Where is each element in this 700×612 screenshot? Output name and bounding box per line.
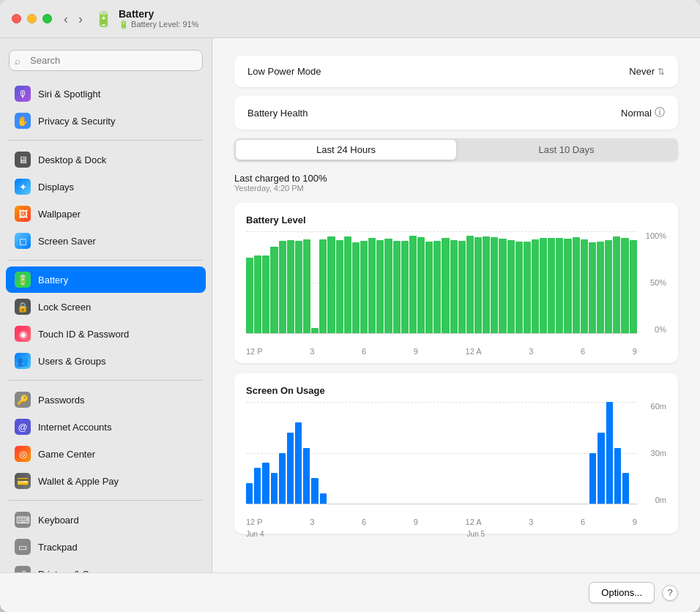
low-power-mode-value: Never ⇅ [629, 66, 665, 77]
sidebar-item-keyboard[interactable]: ⌨ Keyboard [6, 507, 206, 533]
sy-60m: 60m [651, 402, 666, 411]
wallpaper-label: Wallpaper [38, 209, 81, 220]
screen-x-labels: 12 P 3 6 9 12 A 3 6 9 [246, 518, 637, 526]
close-button[interactable] [12, 14, 21, 23]
battery-bar-20 [409, 236, 417, 333]
back-button[interactable]: ‹ [61, 11, 71, 27]
users-label: Users & Groups [38, 356, 105, 367]
minimize-button[interactable] [27, 14, 37, 23]
date-labels: Jun 4 Jun 5 [246, 530, 637, 538]
time-range-tabs: Last 24 Hours Last 10 Days [234, 138, 678, 161]
gamecenter-label: Game Center [38, 449, 95, 460]
sidebar-item-screensaver[interactable]: ◻ Screen Saver [6, 228, 206, 254]
battery-bar-1 [254, 255, 261, 333]
battery-bar-46 [621, 238, 628, 333]
battery-bar-23 [433, 241, 441, 333]
battery-bar-45 [613, 236, 620, 333]
battery-bar-40 [573, 237, 580, 333]
tab-24h[interactable]: Last 24 Hours [236, 140, 456, 160]
desktop-icon: 🖥 [15, 152, 31, 168]
battery-bar-37 [548, 238, 555, 333]
title-section: 🔋 Battery 🔋 Battery Level: 91% [94, 8, 198, 29]
y-label-0: 0% [655, 325, 666, 334]
sidebar-item-trackpad[interactable]: ▭ Trackpad [6, 534, 206, 560]
battery-health-value: Normal ⓘ [621, 106, 665, 119]
sx-3a: 3 [310, 518, 314, 526]
sidebar-item-desktop[interactable]: 🖥 Desktop & Dock [6, 146, 206, 173]
low-power-mode-row: Low Power Mode Never ⇅ [234, 56, 678, 87]
sy-0m: 0m [655, 496, 666, 504]
sidebar-item-displays[interactable]: ✦ Displays [6, 173, 206, 200]
battery-bar-7 [303, 239, 310, 333]
screen-chart-area [246, 402, 637, 504]
battery-title-icon: 🔋 [94, 10, 113, 28]
sx-12a: 12 A [466, 518, 482, 526]
sidebar-item-printers[interactable]: 🖨 Printers & Scanners [6, 561, 206, 572]
x-3b: 3 [529, 347, 533, 356]
battery-bar-3 [270, 247, 278, 333]
lockscreen-label: Lock Screen [38, 302, 91, 313]
y-label-100: 100% [646, 231, 666, 240]
help-button[interactable]: ? [662, 585, 678, 601]
search-icon: ⌕ [15, 55, 21, 66]
internet-label: Internet Accounts [38, 422, 111, 433]
battery-bar-35 [532, 239, 539, 333]
options-button[interactable]: Options... [589, 582, 655, 603]
battery-bar-31 [499, 239, 506, 333]
screen-bar-3 [271, 473, 278, 504]
battery-bar-32 [507, 240, 515, 333]
sidebar-item-siri[interactable]: 🎙 Siri & Spotlight [6, 81, 206, 107]
sidebar-item-users[interactable]: 👥 Users & Groups [6, 348, 206, 374]
tab-10d[interactable]: Last 10 Days [456, 140, 677, 160]
sidebar-item-lockscreen[interactable]: 🔒 Lock Screen [6, 294, 206, 320]
date-jun4: Jun 4 [246, 530, 264, 538]
info-icon[interactable]: ⓘ [655, 106, 665, 119]
content-area: ⌕ 🎙 Siri & Spotlight ✋ Privacy & Securit… [0, 38, 700, 572]
screen-bar-44 [606, 402, 613, 504]
search-input[interactable] [9, 50, 203, 71]
screen-bars [246, 402, 637, 504]
battery-bar-34 [524, 242, 531, 333]
screen-usage-title: Screen On Usage [246, 385, 666, 396]
screen-usage-chart: Screen On Usage 60m 30m 0m 12 P 3 [234, 373, 678, 534]
battery-bar-0 [246, 258, 253, 333]
displays-label: Displays [38, 182, 74, 193]
battery-level-title: Battery Level [246, 214, 666, 225]
battery-icon: 🔋 [15, 272, 31, 288]
sidebar-item-internet[interactable]: @ Internet Accounts [6, 414, 206, 440]
sidebar-item-battery[interactable]: 🔋 Battery [6, 266, 206, 293]
sy-30m: 30m [651, 449, 666, 458]
screen-bar-0 [246, 483, 253, 504]
battery-bar-14 [360, 241, 368, 333]
screen-y-labels: 60m 30m 0m [640, 402, 666, 504]
battery-bar-43 [597, 242, 604, 333]
chevron-updown-icon[interactable]: ⇅ [658, 67, 665, 77]
sidebar-item-touchid[interactable]: ◉ Touch ID & Password [6, 321, 206, 347]
forward-button[interactable]: › [75, 11, 86, 27]
battery-bar-22 [425, 242, 433, 333]
sidebar: ⌕ 🎙 Siri & Spotlight ✋ Privacy & Securit… [0, 38, 212, 572]
sidebar-item-gamecenter[interactable]: ◎ Game Center [6, 441, 206, 467]
x-6b: 6 [581, 347, 585, 356]
battery-bar-44 [605, 240, 612, 333]
screen-bar-42 [589, 453, 596, 504]
sidebar-item-wallpaper[interactable]: 🖼 Wallpaper [6, 201, 206, 227]
search-container: ⌕ [0, 45, 212, 80]
privacy-label: Privacy & Security [38, 116, 115, 127]
sidebar-item-privacy[interactable]: ✋ Privacy & Security [6, 108, 206, 134]
screen-bar-2 [262, 463, 269, 504]
wallet-label: Wallet & Apple Pay [38, 476, 119, 487]
battery-bar-42 [589, 242, 596, 333]
charge-info: Last charged to 100% Yesterday, 4:20 PM [234, 173, 678, 193]
sidebar-item-wallet[interactable]: 💳 Wallet & Apple Pay [6, 468, 206, 494]
x-6a: 6 [362, 347, 366, 356]
passwords-label: Passwords [38, 395, 85, 406]
maximize-button[interactable] [42, 14, 52, 23]
screen-bar-7 [303, 448, 310, 504]
battery-bar-36 [540, 238, 547, 333]
sidebar-item-passwords[interactable]: 🔑 Passwords [6, 387, 206, 413]
divider-after-screensaver [9, 260, 203, 261]
search-wrapper: ⌕ [9, 50, 203, 71]
battery-chart-area [246, 231, 637, 334]
gamecenter-icon: ◎ [15, 446, 31, 462]
